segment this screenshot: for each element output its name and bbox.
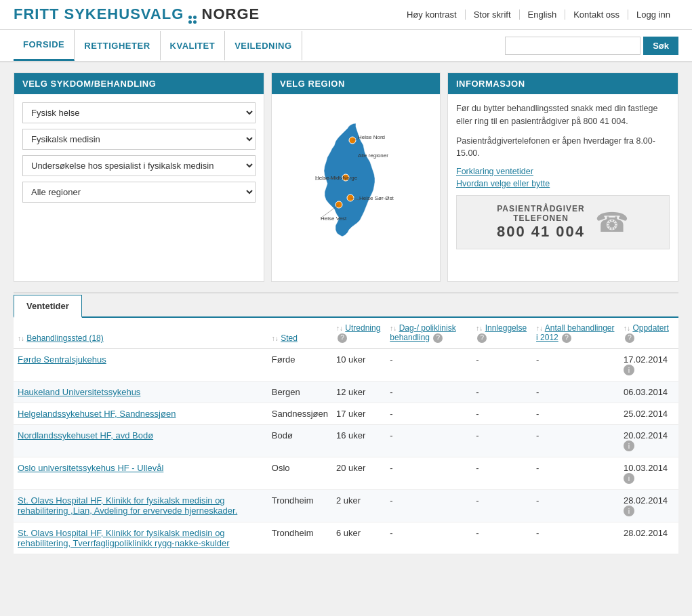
- norway-map[interactable]: Helse Nord Alle regioner Helse Midt-Norg…: [302, 120, 410, 255]
- info-button[interactable]: i: [624, 365, 634, 375]
- behandlingssted-link[interactable]: Helgelandssykehuset HF, Sandnessjøen: [18, 409, 176, 419]
- cell-sted: Bodø: [268, 425, 332, 457]
- behandlingssted-link[interactable]: Nordlandssykehuset HF, avd Bodø: [18, 430, 153, 440]
- sort-icon-dag: ↑↓: [390, 325, 396, 332]
- table-row: Haukeland Universitetssykehus Bergen 12 …: [14, 382, 678, 403]
- behandlingssted-link[interactable]: Oslo universitetssykehus HF - Ullevål: [18, 463, 163, 473]
- forklaring-ventetider-link[interactable]: Forklaring ventetider: [456, 167, 670, 176]
- cell-antall: -: [532, 425, 619, 457]
- phone-icon: ☎: [595, 207, 629, 238]
- cell-innleggelse: -: [472, 490, 532, 522]
- cell-utredning: 17 uker: [332, 403, 386, 425]
- helse-sor-ost-label: Helse Sør-Øst: [359, 195, 394, 201]
- nav-stor-skrift[interactable]: Stor skrift: [465, 9, 519, 20]
- cell-sted: Sandnessjøen: [268, 403, 332, 425]
- informasjon-panel: INFORMASJON Før du bytter behandlingsste…: [447, 73, 678, 282]
- sort-link-dag[interactable]: Dag-/ poliklinisk behandling: [390, 323, 455, 342]
- phone-number: 800 41 004: [497, 223, 585, 241]
- informasjon-header: INFORMASJON: [448, 73, 678, 94]
- cell-antall: -: [532, 522, 619, 554]
- cell-dag: -: [386, 403, 472, 425]
- cell-innleggelse: -: [472, 457, 532, 490]
- cell-behandlingssted: Haukeland Universitetssykehus: [14, 382, 268, 403]
- behandlingssted-link[interactable]: Haukeland Universitetssykehus: [18, 387, 140, 397]
- nav-hoy-kontrast[interactable]: Høy kontrast: [399, 9, 465, 20]
- cell-dag: -: [386, 349, 472, 382]
- help-icon-dag[interactable]: ?: [433, 333, 443, 343]
- help-icon-innleggelse[interactable]: ?: [477, 333, 487, 343]
- sykdom-select-1[interactable]: Fysisk helse: [22, 102, 256, 123]
- cell-dag: -: [386, 382, 472, 403]
- cell-behandlingssted: Oslo universitetssykehus HF - Ullevål: [14, 457, 268, 490]
- logo-dot: [188, 16, 192, 19]
- cell-antall: -: [532, 382, 619, 403]
- cell-utredning: 20 uker: [332, 457, 386, 490]
- cell-utredning: 6 uker: [332, 522, 386, 554]
- cell-sted: Trondheim: [268, 522, 332, 554]
- sort-link-sted[interactable]: Sted: [281, 333, 298, 343]
- search-input[interactable]: [505, 37, 640, 55]
- cell-oppdatert: 28.02.2014: [619, 522, 678, 554]
- nav-rettigheter[interactable]: RETTIGHETER: [75, 31, 160, 60]
- logo-dot: [193, 16, 197, 19]
- hvordan-velge-link[interactable]: Hvordan velge eller bytte: [456, 179, 670, 188]
- help-icon-utredning[interactable]: ?: [338, 333, 347, 343]
- region-select[interactable]: Alle regioner: [22, 182, 256, 203]
- nav-forside[interactable]: FORSIDE: [14, 30, 75, 61]
- info-text-2: Pasientrådgivertelefonen er åpen hverdag…: [456, 135, 670, 161]
- behandlingssted-link[interactable]: Førde Sentralsjukehus: [18, 354, 106, 365]
- nav-kvalitet[interactable]: KVALITET: [161, 31, 226, 60]
- map-container: Helse Nord Alle regioner Helse Midt-Norg…: [277, 100, 434, 276]
- cell-behandlingssted: St. Olavs Hospital HF, Klinikk for fysik…: [14, 490, 268, 522]
- help-icon-antall[interactable]: ?: [562, 333, 571, 343]
- cell-oppdatert: 06.03.2014: [619, 382, 678, 403]
- behandlingssted-link[interactable]: St. Olavs Hospital HF, Klinikk for fysik…: [18, 495, 237, 516]
- logo-fritt: FRITT: [14, 5, 59, 22]
- cell-oppdatert: 28.02.2014 i: [619, 490, 678, 522]
- data-table: ↑↓ Behandlingssted (18) ↑↓ Sted ↑↓ Utred…: [14, 318, 678, 554]
- sort-link-antall[interactable]: Antall behandlinger i 2012: [536, 323, 614, 342]
- sort-link-innleggelse[interactable]: Innleggelse: [485, 323, 527, 333]
- table-section: Ventetider ↑↓ Behandlingssted (18) ↑↓ St…: [0, 293, 692, 568]
- nav-english[interactable]: English: [519, 9, 565, 20]
- cell-sted: Trondheim: [268, 490, 332, 522]
- cell-behandlingssted: Førde Sentralsjukehus: [14, 349, 268, 382]
- sort-icon-innleggelse: ↑↓: [476, 325, 483, 332]
- table-body: Førde Sentralsjukehus Førde 10 uker - - …: [14, 349, 678, 554]
- sykdom-select-2[interactable]: Fysikalsk medisin: [22, 129, 256, 150]
- behandlingssted-link[interactable]: St. Olavs Hospital HF, Klinikk for fysik…: [18, 528, 230, 548]
- nav-kontakt-oss[interactable]: Kontakt oss: [565, 9, 628, 20]
- velg-sykdom-panel: VELG SYKDOM/BEHANDLING Fysisk helse Fysi…: [14, 73, 264, 282]
- info-button[interactable]: i: [624, 473, 634, 484]
- cell-innleggelse: -: [472, 522, 532, 554]
- cell-sted: Oslo: [268, 457, 332, 490]
- cell-utredning: 12 uker: [332, 382, 386, 403]
- sort-link-oppdatert[interactable]: Oppdatert: [632, 323, 668, 333]
- sort-link-behandlingssted[interactable]: Behandlingssted (18): [26, 333, 103, 343]
- cell-sted: Førde: [268, 349, 332, 382]
- sykdom-select-3[interactable]: Undersøkelse hos spesialist i fysikalsk …: [22, 155, 256, 176]
- cell-behandlingssted: St. Olavs Hospital HF, Klinikk for fysik…: [14, 522, 268, 554]
- sort-link-utredning[interactable]: Utredning: [345, 323, 380, 333]
- info-button[interactable]: i: [624, 440, 634, 451]
- tab-bar: Ventetider: [14, 293, 678, 318]
- nav-logg-inn[interactable]: Logg inn: [628, 9, 678, 20]
- velg-sykdom-header: VELG SYKDOM/BEHANDLING: [14, 73, 264, 94]
- col-dag: ↑↓ Dag-/ poliklinisk behandling ?: [386, 318, 472, 349]
- tab-ventetider[interactable]: Ventetider: [14, 295, 82, 318]
- cell-behandlingssted: Helgelandssykehuset HF, Sandnessjøen: [14, 403, 268, 425]
- logo-sykehus: SYKEHUSVALG: [64, 5, 184, 22]
- cell-utredning: 16 uker: [332, 425, 386, 457]
- sort-icon-sted: ↑↓: [272, 335, 279, 342]
- main-nav: FORSIDE RETTIGHETER KVALITET VEILEDNING …: [0, 30, 692, 62]
- sort-icon-utredning: ↑↓: [336, 325, 343, 332]
- cell-innleggelse: -: [472, 403, 532, 425]
- nav-veiledning[interactable]: VEILEDNING: [225, 31, 302, 60]
- cell-oppdatert: 20.02.2014 i: [619, 425, 678, 457]
- info-button[interactable]: i: [624, 506, 634, 516]
- table-row: Helgelandssykehuset HF, Sandnessjøen San…: [14, 403, 678, 425]
- search-button[interactable]: Søk: [643, 37, 678, 55]
- sort-icon-oppdatert: ↑↓: [624, 325, 630, 332]
- help-icon-oppdatert[interactable]: ?: [625, 333, 634, 343]
- table-row: St. Olavs Hospital HF, Klinikk for fysik…: [14, 522, 678, 554]
